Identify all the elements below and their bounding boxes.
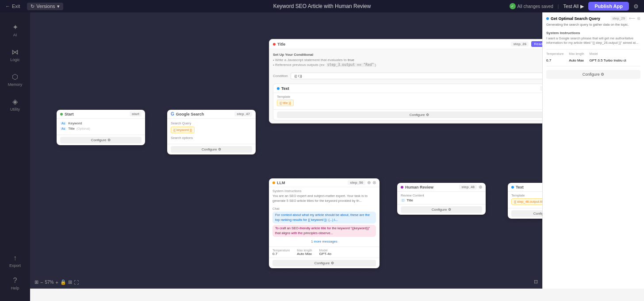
llm-chat-user: For context about what my article should… — [272, 212, 376, 224]
ai-icon: ✦ — [12, 23, 18, 31]
condition-value[interactable]: {{ i }} — [291, 73, 556, 79]
rp-temp: Temperature 0.7 — [546, 52, 564, 63]
llm-maxlen: Max length Auto Max — [297, 249, 312, 256]
export-icon: ↑ — [13, 254, 17, 262]
sidebar-item-help[interactable]: ? Help — [4, 273, 27, 294]
rp-sys-text: I want a Google search phrase that will … — [546, 36, 640, 46]
sidebar-bottom: ↑ Export ? Help — [4, 251, 27, 294]
human-dot — [401, 186, 403, 189]
title-cond-header: Title step_26 Read Docs 📖 ✕ — [269, 39, 569, 49]
grid-icon[interactable]: ⊞ — [68, 279, 72, 285]
sidebar: ✦ AI ⋈ Logic ⬡ Memory ◈ Utility ↑ Export… — [0, 12, 30, 301]
human-configure-button[interactable]: Configure — [401, 206, 482, 213]
google-configure-button[interactable]: Configure — [171, 146, 252, 153]
zoom-in-icon[interactable]: + — [55, 280, 58, 285]
rp-dot — [546, 17, 549, 20]
start-dot — [60, 113, 63, 116]
start-node: Start start As Keyword As Title (Optiona… — [57, 110, 145, 145]
exit-button[interactable]: ← Exit — [5, 4, 20, 9]
canvas-connections — [30, 12, 163, 79]
google-search-footer: Configure — [167, 144, 256, 154]
llm-footer: Configure — [269, 258, 380, 268]
human-review-node: Human Review step_48 ⊕ Review Content □ … — [397, 183, 486, 215]
human-label: Human Review — [405, 185, 433, 189]
inner-text-configure[interactable]: Configure — [277, 112, 562, 118]
google-search-body: Search Query {{ keyword }} Search option… — [167, 119, 256, 144]
saved-status: ✓ All changes saved — [510, 3, 553, 9]
sidebar-item-export[interactable]: ↑ Export — [4, 251, 27, 271]
llm-node: LLM step_50 ⊕ ⊗ System Instructions You … — [269, 178, 380, 268]
canvas-fit-btn[interactable]: ⊡ — [534, 277, 538, 285]
google-search-node: G Google Search step_47 Search Query {{ … — [167, 110, 256, 154]
lock-icon[interactable]: 🔒 — [60, 279, 66, 285]
rp-maxlen: Max length Auto Max — [569, 52, 584, 63]
llm-temp: Temperature 0.7 — [272, 249, 290, 256]
topbar: ← Exit ↻ Versions ▾ Keyword SEO Article … — [0, 0, 644, 12]
rp-params: Temperature 0.7 Max length Auto Max Mode… — [546, 49, 640, 66]
sidebar-item-utility[interactable]: ◈ Utility — [4, 94, 27, 115]
inner-text-header: Text step_29 + — [273, 84, 565, 93]
condition-row: Condition {{ i }} ≡ — [269, 70, 569, 81]
utility-icon: ◈ — [12, 97, 18, 106]
google-label: Google Search — [176, 112, 204, 116]
inner-text-footer: Configure — [273, 109, 565, 120]
rp-model: Model GPT-3.5 Turbo Instru ct — [590, 52, 626, 63]
sidebar-item-ai[interactable]: ✦ AI — [4, 19, 27, 41]
llm-expand[interactable]: ⊕ — [367, 180, 371, 185]
llm-more-messages[interactable]: 1 more messages — [272, 238, 376, 245]
sidebar-item-logic[interactable]: ⋈ Logic — [4, 44, 27, 66]
rp-header: Get Optimal Search Query step_29 ⟵ ⊗ — [546, 16, 640, 21]
human-review-header: Human Review step_48 ⊕ — [397, 183, 486, 192]
text-br-dot — [511, 186, 514, 189]
expand-icon[interactable]: ⛶ — [74, 280, 79, 285]
start-step-id: start — [130, 112, 142, 116]
topbar-right: ✓ All changes saved | Test All ▶ Publish… — [510, 2, 639, 11]
google-step-id: step_47 — [234, 112, 252, 116]
rp-close[interactable]: ⟵ — [629, 16, 635, 21]
start-node-header: Start start — [57, 110, 145, 119]
llm-configure-button[interactable]: Configure — [272, 260, 376, 266]
title-dot — [273, 43, 276, 46]
test-all-button[interactable]: Test All ▶ — [563, 4, 584, 9]
rp-title-row: Get Optimal Search Query — [546, 16, 600, 21]
title-step-id: step_26 — [511, 42, 529, 46]
rp-step-id: step_29 — [610, 16, 627, 21]
settings-icon[interactable]: ⚙ — [633, 3, 639, 10]
rp-configure-button[interactable]: Configure ⚙ — [546, 70, 640, 79]
zoom-controls: ⊞ − 57% + 🔒 ⊞ ⛶ — [34, 279, 79, 285]
right-panel-content: Get Optimal Search Query step_29 ⟵ ⊗ Gen… — [543, 12, 644, 82]
help-icon: ? — [13, 277, 17, 285]
topbar-left: ← Exit ↻ Versions ▾ — [5, 3, 63, 10]
zoom-out-icon[interactable]: − — [40, 280, 43, 285]
google-search-header: G Google Search step_47 — [167, 110, 256, 119]
start-label: Start — [65, 112, 74, 116]
title-condition-node: Title step_26 Read Docs 📖 ✕ Set Up Your … — [269, 39, 570, 123]
llm-dot — [272, 181, 275, 184]
llm-sys-instructions: System Instructions You are an SEO exper… — [269, 187, 380, 205]
canvas[interactable]: Start start As Keyword As Title (Optiona… — [30, 12, 644, 289]
llm-close[interactable]: ⊗ — [372, 180, 376, 185]
text-dot — [277, 87, 280, 90]
rp-close2[interactable]: ⊗ — [637, 16, 640, 21]
google-icon: G — [171, 112, 174, 116]
rp-description: Generating the search query to gather da… — [546, 23, 640, 27]
page-title: Keyword SEO Article with Human Review — [273, 3, 371, 9]
llm-params: Temperature 0.7 Max length Auto Max Mode… — [269, 247, 380, 258]
rp-sys-label: System Instructions — [546, 31, 640, 35]
llm-step-id: step_50 — [348, 180, 365, 185]
start-configure-button[interactable]: Configure — [60, 137, 142, 143]
title-cond-label: Title — [277, 42, 285, 46]
versions-button[interactable]: ↻ Versions ▾ — [27, 3, 63, 10]
right-panel: Get Optimal Search Query step_29 ⟵ ⊗ Gen… — [542, 12, 644, 289]
sidebar-item-memory[interactable]: ⬡ Memory — [4, 69, 27, 90]
llm-header: LLM step_50 ⊕ ⊗ — [269, 178, 380, 187]
llm-chat: Chat For context about what my article s… — [269, 205, 380, 247]
inner-text-node: Text step_29 + Template {{ title }} Conf… — [273, 84, 566, 120]
text-br-label: Text — [516, 185, 524, 189]
fit-icon[interactable]: ⊞ — [34, 279, 38, 285]
human-expand[interactable]: ⊕ — [479, 185, 482, 189]
zoom-level: 57% — [45, 280, 54, 285]
llm-label: LLM — [277, 181, 285, 185]
human-review-body: Review Content □ Title — [397, 192, 486, 204]
publish-button[interactable]: Publish App — [588, 2, 629, 11]
